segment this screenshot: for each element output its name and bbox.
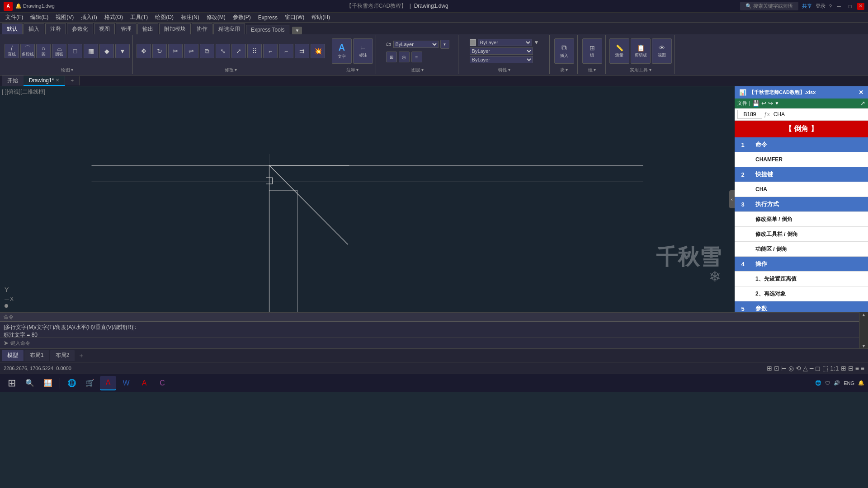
help-icon[interactable]: ? xyxy=(829,4,832,9)
toolbar-redo-btn[interactable]: ↪ xyxy=(768,100,773,107)
command-scrollbar[interactable]: ▲ ▼ xyxy=(859,312,868,348)
annotation-scale[interactable]: 1:1 xyxy=(830,365,839,372)
toolbar-more-btn[interactable]: ▼ xyxy=(775,101,779,106)
color-expand[interactable]: ▼ xyxy=(534,39,539,46)
minimize-button[interactable]: ─ xyxy=(835,3,843,10)
new-tab-btn[interactable]: + xyxy=(65,76,80,85)
taskbar-taobao[interactable]: 🛒 xyxy=(82,376,98,390)
measure-button[interactable]: 📏测量 xyxy=(609,38,629,64)
transparency-toggle[interactable]: ◻ xyxy=(815,365,821,372)
menu-file[interactable]: 文件(F) xyxy=(2,13,27,22)
insert-block-button[interactable]: ⧉插入 xyxy=(554,38,574,64)
menu-bar-icon[interactable]: ≡ xyxy=(855,365,859,372)
otrack-toggle[interactable]: △ xyxy=(803,365,808,372)
drawing1-close[interactable]: ✕ xyxy=(56,78,59,83)
tab-manage[interactable]: 管理 xyxy=(116,23,137,34)
menu-express[interactable]: Express xyxy=(255,14,281,22)
grid-toggle[interactable]: ⊞ xyxy=(767,365,772,372)
stretch-button[interactable]: ⤢ xyxy=(231,44,246,58)
close-button[interactable]: ✕ xyxy=(857,3,864,10)
arc-button[interactable]: ⌓圆弧 xyxy=(52,44,66,58)
tab-default[interactable]: 默认 xyxy=(2,23,23,34)
taskbar-network-icon[interactable]: 🌐 xyxy=(815,380,821,386)
excel-file-btn[interactable]: 文件 xyxy=(737,100,747,107)
taskbar-security-icon[interactable]: 🛡 xyxy=(825,380,830,386)
excel-close-btn[interactable]: ✕ xyxy=(859,89,863,96)
layout-icon[interactable]: ⊟ xyxy=(848,365,854,372)
menu-format[interactable]: 格式(O) xyxy=(101,13,127,22)
maximize-button[interactable]: □ xyxy=(846,3,854,10)
props-icon[interactable]: ≡ xyxy=(861,365,864,372)
toolbar-save-btn[interactable]: 💾 xyxy=(752,100,760,107)
menu-draw[interactable]: 绘图(D) xyxy=(151,13,177,22)
layout1-tab[interactable]: 布局1 xyxy=(24,350,49,361)
layout2-tab[interactable]: 布局2 xyxy=(50,350,75,361)
menu-annotate[interactable]: 标注(N) xyxy=(177,13,203,22)
taskbar-autocad[interactable]: A xyxy=(100,376,116,390)
taskbar-browser[interactable]: 🌐 xyxy=(64,376,80,390)
taskbar-csharp[interactable]: C xyxy=(154,376,170,390)
canvas-area[interactable]: [-][俯视][二维线框] Y — X xyxy=(0,86,735,312)
menu-params[interactable]: 参数(P) xyxy=(229,13,255,22)
ortho-toggle[interactable]: ⊢ xyxy=(781,365,787,372)
linetype-dropdown[interactable]: ByLayer xyxy=(470,47,533,55)
move-button[interactable]: ✥ xyxy=(137,44,151,58)
taskbar-taskview[interactable]: 🪟 xyxy=(40,376,56,390)
toolbar-undo-btn[interactable]: ↩ xyxy=(761,100,766,107)
start-tab[interactable]: 开始 xyxy=(2,75,24,86)
explode-button[interactable]: 💥 xyxy=(311,44,325,58)
layer-iso-btn[interactable]: ◎ xyxy=(399,52,410,62)
cell-reference-input[interactable] xyxy=(737,110,762,119)
text-button[interactable]: A文字 xyxy=(332,38,352,64)
lineweight-toggle[interactable]: ━ xyxy=(810,365,813,372)
drawing1-tab[interactable]: Drawing1* ✕ xyxy=(24,76,65,86)
tab-annotate[interactable]: 注释 xyxy=(45,23,66,34)
offset-button[interactable]: ⇉ xyxy=(295,44,309,58)
layer-menu-btn[interactable]: ▼ xyxy=(440,40,449,49)
excel-open-btn[interactable]: ↗ xyxy=(860,100,865,107)
command-input[interactable] xyxy=(30,340,855,347)
tab-view[interactable]: 视图 xyxy=(94,23,115,34)
group-button[interactable]: ⊞组 xyxy=(582,38,602,64)
tab-apps[interactable]: 精选应用 xyxy=(213,23,245,34)
more-draw[interactable]: ▼ xyxy=(115,44,130,58)
extra-panel[interactable]: ▼ xyxy=(292,27,302,34)
osnap-toggle[interactable]: ⟲ xyxy=(796,365,801,372)
tab-parametric[interactable]: 参数化 xyxy=(67,23,93,34)
menu-help[interactable]: 帮助(H) xyxy=(308,13,334,22)
rotate-button[interactable]: ↻ xyxy=(152,44,167,58)
fillet-button[interactable]: ⌐ xyxy=(263,44,278,58)
line-button[interactable]: /直线 xyxy=(5,44,19,58)
menu-edit[interactable]: 编辑(E) xyxy=(27,13,52,22)
tab-express[interactable]: Express Tools xyxy=(246,25,289,34)
tab-collab[interactable]: 协作 xyxy=(192,23,212,34)
circle-button[interactable]: ○圆 xyxy=(36,44,51,58)
clipboard-button[interactable]: 📋剪切板 xyxy=(631,38,651,64)
menu-insert[interactable]: 插入(I) xyxy=(77,13,100,22)
taskbar-cad2[interactable]: A xyxy=(136,376,152,390)
chamfer-button[interactable]: ⌐ xyxy=(279,44,293,58)
login-button[interactable]: 登录 xyxy=(816,3,826,9)
dimension-button[interactable]: ⊢标注 xyxy=(353,38,373,64)
tab-output[interactable]: 输出 xyxy=(137,23,158,34)
menu-view[interactable]: 视图(V) xyxy=(52,13,77,22)
menu-modify[interactable]: 修改(M) xyxy=(203,13,229,22)
scale-button[interactable]: ⤡ xyxy=(216,44,230,58)
lineweight-dropdown[interactable]: ByLayer xyxy=(470,56,533,63)
taskbar-word[interactable]: W xyxy=(118,376,134,390)
snap-toggle[interactable]: ⊡ xyxy=(774,365,779,372)
layer-dropdown[interactable]: 0 ByLayer xyxy=(393,41,439,48)
region-button[interactable]: ◆ xyxy=(99,44,114,58)
layer-prop-btn[interactable]: ⊞ xyxy=(386,52,397,62)
tab-addons[interactable]: 附加模块 xyxy=(159,23,191,34)
color-dropdown[interactable]: ByLayer xyxy=(478,39,532,46)
mirror-button[interactable]: ⇌ xyxy=(184,44,198,58)
view-button[interactable]: 👁视图 xyxy=(652,38,672,64)
copy-button[interactable]: ⧉ xyxy=(200,44,214,58)
model-tab[interactable]: 模型 xyxy=(2,350,24,361)
menu-tools[interactable]: 工具(T) xyxy=(127,13,151,22)
tab-insert[interactable]: 插入 xyxy=(24,23,44,34)
start-button[interactable]: ⊞ xyxy=(4,376,20,390)
workspace-icon[interactable]: ⊞ xyxy=(841,365,846,372)
rect-button[interactable]: □ xyxy=(68,44,82,58)
